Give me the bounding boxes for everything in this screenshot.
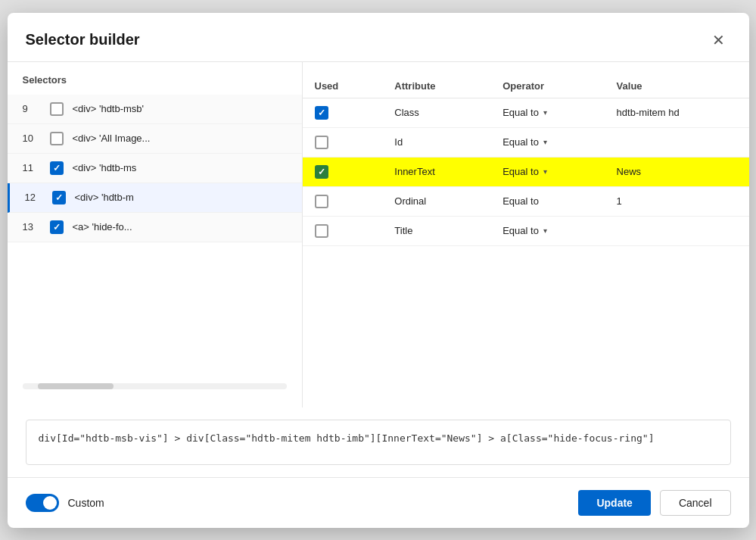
col-used: Used: [303, 74, 383, 98]
attributes-table: Used Attribute Operator Value Class: [303, 74, 749, 246]
attr-row-id: Id Equal to ▾: [303, 127, 749, 157]
selector-num: 10: [23, 133, 41, 144]
selector-builder-dialog: Selector builder ✕ Selectors 9 <div> 'hd…: [8, 13, 749, 528]
attr-checkbox[interactable]: [315, 136, 328, 149]
operator-label: Equal to: [502, 107, 539, 118]
right-panel: Used Attribute Operator Value Class: [303, 62, 749, 407]
selector-text: <div> 'hdtb-ms: [73, 162, 137, 173]
selector-row-active[interactable]: 12 <div> 'hdtb-m: [8, 183, 302, 213]
attr-name-cell: Class: [382, 98, 490, 127]
close-button[interactable]: ✕: [707, 28, 731, 52]
selector-checkbox[interactable]: [52, 191, 66, 204]
attr-row-title: Title Equal to ▾: [303, 216, 749, 245]
attr-name-cell: Title: [382, 216, 490, 245]
attr-used-cell[interactable]: [303, 127, 383, 157]
footer-right: Update Cancel: [578, 490, 730, 516]
attr-used-cell[interactable]: [303, 186, 383, 216]
selector-num: 12: [25, 192, 43, 203]
selector-text: <div> 'hdtb-m: [75, 192, 134, 203]
attr-operator-cell[interactable]: Equal to ▾: [490, 127, 604, 157]
selector-checkbox[interactable]: [50, 161, 64, 175]
dialog-footer: Custom Update Cancel: [8, 477, 749, 528]
attr-name-cell: InnerText: [382, 157, 490, 186]
selector-checkbox[interactable]: [50, 102, 64, 116]
scroll-track[interactable]: [23, 383, 287, 389]
attr-value-cell: hdtb-mitem hd: [605, 98, 749, 127]
dialog-title: Selector builder: [26, 31, 140, 48]
attr-row-class: Class Equal to ▾ hdtb-mitem hd: [303, 98, 749, 127]
col-value: Value: [605, 74, 749, 98]
left-panel: Selectors 9 <div> 'hdtb-msb' 10 <div> 'A…: [8, 62, 303, 407]
dialog-body: Selectors 9 <div> 'hdtb-msb' 10 <div> 'A…: [8, 62, 749, 407]
attr-checkbox[interactable]: [315, 195, 328, 208]
attr-name-cell: Id: [382, 127, 490, 157]
custom-toggle[interactable]: [26, 494, 59, 512]
attr-used-cell[interactable]: [303, 98, 383, 127]
operator-label: Equal to: [502, 225, 539, 236]
attr-operator-cell[interactable]: Equal to ▾: [490, 216, 604, 245]
selector-num: 13: [23, 221, 41, 233]
attr-operator-cell[interactable]: Equal to ▾: [490, 98, 604, 127]
selector-row[interactable]: 13 <a> 'hide-fo...: [8, 213, 302, 242]
attr-value-cell: [605, 216, 749, 245]
selector-num: 9: [23, 103, 41, 114]
attr-operator-cell[interactable]: Equal to ▾: [490, 157, 604, 186]
chevron-down-icon[interactable]: ▾: [543, 108, 547, 117]
operator-label: Equal to: [502, 136, 539, 148]
selector-num: 11: [23, 162, 41, 173]
selector-list: 9 <div> 'hdtb-msb' 10 <div> 'All Image..…: [8, 95, 302, 377]
selector-text: <div> 'All Image...: [73, 133, 151, 144]
attr-value-cell: News: [605, 157, 749, 186]
attr-name-cell: Ordinal: [382, 186, 490, 216]
attr-checkbox[interactable]: [315, 165, 328, 179]
selector-checkbox[interactable]: [50, 132, 64, 145]
selector-text: <div> 'hdtb-msb': [73, 103, 145, 114]
selector-row[interactable]: 10 <div> 'All Image...: [8, 124, 302, 154]
col-attribute: Attribute: [382, 74, 490, 98]
selector-text: <a> 'hide-fo...: [73, 221, 132, 233]
chevron-down-icon[interactable]: ▾: [543, 138, 547, 146]
attr-used-cell[interactable]: [303, 216, 383, 245]
attr-row-innertext: InnerText Equal to ▾ News: [303, 157, 749, 186]
attr-checkbox[interactable]: [315, 106, 328, 120]
selector-checkbox[interactable]: [50, 220, 64, 234]
footer-left: Custom: [26, 494, 104, 512]
chevron-down-icon[interactable]: ▾: [543, 226, 547, 235]
toggle-thumb: [43, 496, 57, 510]
chevron-down-icon[interactable]: ▾: [543, 167, 547, 176]
scroll-thumb[interactable]: [38, 383, 114, 389]
selector-output: div[Id="hdtb-msb-vis"] > div[Class="hdtb…: [26, 420, 731, 465]
selector-row[interactable]: 9 <div> 'hdtb-msb': [8, 95, 302, 124]
operator-label: Equal to: [502, 166, 539, 177]
attr-row-ordinal: Ordinal Equal to 1: [303, 186, 749, 216]
cancel-button[interactable]: Cancel: [660, 490, 731, 516]
selector-row[interactable]: 11 <div> 'hdtb-ms: [8, 154, 302, 183]
dialog-header: Selector builder ✕: [8, 13, 749, 62]
attr-used-cell[interactable]: [303, 157, 383, 186]
attr-value-cell: [605, 127, 749, 157]
update-button[interactable]: Update: [578, 490, 650, 516]
attr-checkbox[interactable]: [315, 224, 328, 238]
operator-label: Equal to: [502, 195, 539, 207]
selectors-heading: Selectors: [8, 74, 302, 95]
col-operator: Operator: [490, 74, 604, 98]
attr-value-cell: 1: [605, 186, 749, 216]
custom-label: Custom: [68, 497, 104, 509]
attr-operator-cell: Equal to: [490, 186, 604, 216]
